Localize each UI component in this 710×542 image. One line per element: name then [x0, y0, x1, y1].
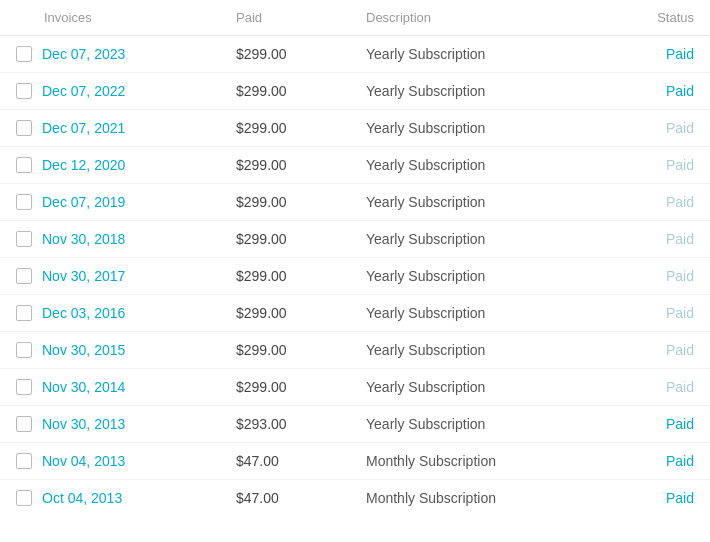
invoice-amount: $299.00: [236, 231, 366, 247]
invoice-status: Paid: [594, 83, 694, 99]
invoice-amount: $47.00: [236, 490, 366, 506]
invoices-table: Invoices Paid Description Status Dec 07,…: [0, 0, 710, 516]
invoice-cell: Dec 07, 2022: [16, 83, 236, 99]
header-status: Status: [594, 10, 694, 25]
invoice-description: Yearly Subscription: [366, 83, 594, 99]
invoice-date-link[interactable]: Nov 30, 2017: [42, 268, 125, 284]
invoice-status: Paid: [594, 268, 694, 284]
invoice-amount: $299.00: [236, 268, 366, 284]
invoice-date-link[interactable]: Nov 30, 2013: [42, 416, 125, 432]
table-row: Nov 30, 2015 $299.00 Yearly Subscription…: [0, 332, 710, 369]
invoice-description: Yearly Subscription: [366, 231, 594, 247]
invoice-amount: $299.00: [236, 83, 366, 99]
row-checkbox[interactable]: [16, 416, 32, 432]
invoice-description: Yearly Subscription: [366, 157, 594, 173]
invoice-cell: Nov 30, 2013: [16, 416, 236, 432]
invoice-status: Paid: [594, 379, 694, 395]
invoice-date-link[interactable]: Nov 30, 2014: [42, 379, 125, 395]
invoice-description: Monthly Subscription: [366, 453, 594, 469]
invoice-date-link[interactable]: Nov 30, 2015: [42, 342, 125, 358]
invoice-cell: Nov 30, 2015: [16, 342, 236, 358]
invoice-status: Paid: [594, 231, 694, 247]
invoice-cell: Dec 07, 2019: [16, 194, 236, 210]
invoice-amount: $293.00: [236, 416, 366, 432]
invoice-description: Monthly Subscription: [366, 490, 594, 506]
invoice-amount: $299.00: [236, 46, 366, 62]
invoice-date-link[interactable]: Nov 04, 2013: [42, 453, 125, 469]
invoice-date-link[interactable]: Oct 04, 2013: [42, 490, 122, 506]
invoice-status: Paid: [594, 453, 694, 469]
invoice-date-link[interactable]: Nov 30, 2018: [42, 231, 125, 247]
table-body: Dec 07, 2023 $299.00 Yearly Subscription…: [0, 36, 710, 516]
row-checkbox[interactable]: [16, 379, 32, 395]
table-row: Oct 04, 2013 $47.00 Monthly Subscription…: [0, 480, 710, 516]
table-row: Dec 07, 2019 $299.00 Yearly Subscription…: [0, 184, 710, 221]
invoice-description: Yearly Subscription: [366, 305, 594, 321]
table-row: Dec 03, 2016 $299.00 Yearly Subscription…: [0, 295, 710, 332]
row-checkbox[interactable]: [16, 490, 32, 506]
header-invoices: Invoices: [16, 10, 236, 25]
table-header: Invoices Paid Description Status: [0, 0, 710, 36]
invoice-amount: $299.00: [236, 157, 366, 173]
row-checkbox[interactable]: [16, 194, 32, 210]
invoice-description: Yearly Subscription: [366, 120, 594, 136]
invoice-amount: $299.00: [236, 305, 366, 321]
invoice-date-link[interactable]: Dec 12, 2020: [42, 157, 125, 173]
row-checkbox[interactable]: [16, 305, 32, 321]
invoice-amount: $299.00: [236, 379, 366, 395]
table-row: Nov 04, 2013 $47.00 Monthly Subscription…: [0, 443, 710, 480]
invoice-amount: $299.00: [236, 194, 366, 210]
invoice-description: Yearly Subscription: [366, 416, 594, 432]
invoice-description: Yearly Subscription: [366, 379, 594, 395]
invoice-date-link[interactable]: Dec 07, 2019: [42, 194, 125, 210]
row-checkbox[interactable]: [16, 46, 32, 62]
row-checkbox[interactable]: [16, 120, 32, 136]
table-row: Dec 12, 2020 $299.00 Yearly Subscription…: [0, 147, 710, 184]
invoice-cell: Dec 07, 2021: [16, 120, 236, 136]
header-paid: Paid: [236, 10, 366, 25]
invoice-date-link[interactable]: Dec 03, 2016: [42, 305, 125, 321]
table-row: Nov 30, 2018 $299.00 Yearly Subscription…: [0, 221, 710, 258]
row-checkbox[interactable]: [16, 83, 32, 99]
invoice-amount: $47.00: [236, 453, 366, 469]
row-checkbox[interactable]: [16, 231, 32, 247]
table-row: Dec 07, 2023 $299.00 Yearly Subscription…: [0, 36, 710, 73]
invoice-cell: Dec 03, 2016: [16, 305, 236, 321]
row-checkbox[interactable]: [16, 157, 32, 173]
invoice-amount: $299.00: [236, 342, 366, 358]
table-row: Dec 07, 2021 $299.00 Yearly Subscription…: [0, 110, 710, 147]
table-row: Nov 30, 2014 $299.00 Yearly Subscription…: [0, 369, 710, 406]
invoice-cell: Dec 12, 2020: [16, 157, 236, 173]
table-row: Dec 07, 2022 $299.00 Yearly Subscription…: [0, 73, 710, 110]
invoice-date-link[interactable]: Dec 07, 2021: [42, 120, 125, 136]
row-checkbox[interactable]: [16, 453, 32, 469]
invoice-cell: Oct 04, 2013: [16, 490, 236, 506]
invoice-status: Paid: [594, 194, 694, 210]
invoice-amount: $299.00: [236, 120, 366, 136]
invoice-status: Paid: [594, 46, 694, 62]
invoice-description: Yearly Subscription: [366, 194, 594, 210]
invoice-date-link[interactable]: Dec 07, 2022: [42, 83, 125, 99]
header-description: Description: [366, 10, 594, 25]
invoice-description: Yearly Subscription: [366, 46, 594, 62]
invoice-description: Yearly Subscription: [366, 268, 594, 284]
invoice-cell: Nov 30, 2017: [16, 268, 236, 284]
row-checkbox[interactable]: [16, 342, 32, 358]
invoice-cell: Nov 30, 2014: [16, 379, 236, 395]
row-checkbox[interactable]: [16, 268, 32, 284]
invoice-description: Yearly Subscription: [366, 342, 594, 358]
invoice-cell: Dec 07, 2023: [16, 46, 236, 62]
invoice-status: Paid: [594, 120, 694, 136]
invoice-status: Paid: [594, 157, 694, 173]
invoice-cell: Nov 04, 2013: [16, 453, 236, 469]
invoice-status: Paid: [594, 490, 694, 506]
invoice-cell: Nov 30, 2018: [16, 231, 236, 247]
table-row: Nov 30, 2013 $293.00 Yearly Subscription…: [0, 406, 710, 443]
invoice-status: Paid: [594, 416, 694, 432]
invoice-date-link[interactable]: Dec 07, 2023: [42, 46, 125, 62]
table-row: Nov 30, 2017 $299.00 Yearly Subscription…: [0, 258, 710, 295]
invoice-status: Paid: [594, 305, 694, 321]
invoice-status: Paid: [594, 342, 694, 358]
